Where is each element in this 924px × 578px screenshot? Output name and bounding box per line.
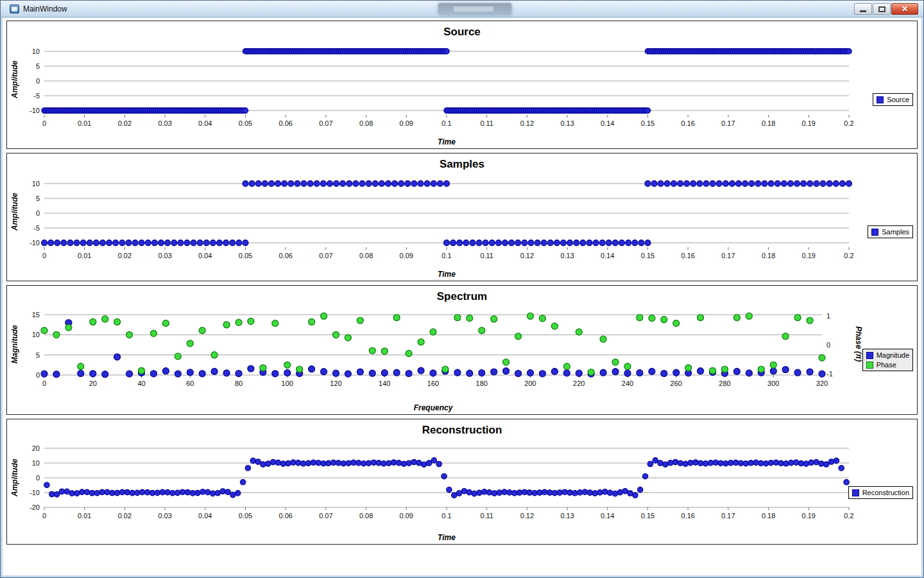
data-point [698, 460, 703, 466]
spectrum-chart-panel: 15105010-1020406080100120140160180200220… [6, 285, 918, 415]
data-point [250, 458, 255, 463]
data-point [703, 180, 709, 186]
y-tick-label: 0 [36, 371, 40, 379]
data-point [210, 491, 215, 496]
data-point [90, 371, 96, 377]
data-point [55, 240, 60, 246]
data-point [107, 240, 112, 246]
title-bar[interactable]: MainWindow ✕ [1, 1, 923, 17]
reconstruction-plot-area[interactable]: 20100-10-2000.010.020.030.040.050.060.07… [7, 419, 917, 544]
x-axis-label: Time [44, 533, 849, 542]
data-point [260, 365, 266, 371]
data-point [713, 460, 718, 465]
data-point [578, 490, 583, 495]
data-point [638, 240, 644, 246]
x-tick-label: 20 [89, 380, 97, 387]
data-point [272, 320, 278, 326]
legend-item[interactable]: Source [877, 96, 909, 103]
x-tick-label: 0.16 [681, 119, 694, 127]
data-point [441, 474, 447, 479]
data-point [466, 315, 473, 321]
data-point [782, 367, 789, 373]
data-point [53, 371, 60, 378]
data-point [296, 366, 303, 372]
data-point [262, 180, 268, 186]
y-tick-label: -10 [30, 107, 40, 114]
data-point [61, 240, 67, 246]
spectrum-plot-area[interactable]: 15105010-1020406080100120140160180200220… [7, 286, 917, 414]
maximize-button[interactable] [873, 3, 891, 15]
data-point [369, 347, 375, 354]
data-point [586, 240, 592, 246]
close-button[interactable]: ✕ [891, 3, 918, 15]
x-tick-label: 0.08 [359, 119, 373, 127]
x-tick-label: 0.07 [319, 252, 332, 259]
data-point [87, 240, 92, 246]
legend-item[interactable]: Phase [866, 361, 909, 369]
source-plot-area[interactable]: 1050-5-1000.010.020.030.040.050.060.070.… [7, 21, 917, 148]
data-point [450, 240, 456, 246]
data-point [647, 461, 653, 466]
legend-item[interactable]: Samples [871, 228, 909, 236]
data-point [718, 460, 723, 466]
data-point [130, 490, 135, 495]
data-point [275, 180, 281, 186]
data-point [94, 491, 99, 496]
data-point [557, 490, 562, 495]
data-point [280, 461, 286, 466]
data-point [608, 490, 613, 495]
data-point [353, 180, 359, 186]
x-tick-label: 0.1 [441, 512, 451, 520]
data-point [653, 458, 658, 463]
data-point [316, 460, 321, 466]
data-point [333, 370, 339, 376]
data-point [522, 489, 527, 495]
x-tick-label: 0.02 [118, 512, 132, 520]
x-tick-label: 0.14 [601, 252, 614, 259]
data-point [479, 370, 485, 376]
data-point [151, 240, 157, 246]
data-point [632, 240, 638, 246]
data-point [684, 180, 690, 186]
x-tick-label: 120 [330, 380, 341, 387]
reconstruction-chart-panel: 20100-10-2000.010.020.030.040.050.060.07… [6, 419, 918, 545]
data-point [561, 240, 567, 246]
data-point [165, 240, 171, 246]
data-point [311, 460, 316, 465]
y-tick-label: 5 [36, 351, 40, 359]
data-point [69, 491, 74, 496]
data-point [135, 490, 140, 495]
data-point [178, 240, 184, 246]
legend-item[interactable]: Reconstruction [852, 489, 909, 496]
data-point [110, 490, 115, 495]
data-point [171, 240, 177, 246]
x-tick-label: 320 [816, 380, 828, 387]
samples-plot-area[interactable]: 1050-5-1000.010.020.030.040.050.060.070.… [7, 153, 917, 281]
data-point [541, 240, 547, 246]
data-point [466, 370, 473, 376]
x-tick-label: 0.18 [762, 252, 775, 259]
data-point [753, 460, 758, 465]
legend-item[interactable]: Magnitude [866, 351, 909, 359]
data-point [515, 333, 522, 340]
data-point [175, 353, 181, 360]
data-point [479, 328, 485, 334]
data-point [755, 180, 761, 186]
data-point [788, 180, 794, 186]
data-point [486, 490, 492, 495]
data-point [99, 489, 105, 495]
data-point [844, 480, 849, 485]
data-point [476, 240, 482, 246]
y-tick-label: -10 [30, 239, 40, 247]
chart-title: Samples [7, 158, 917, 171]
minimize-button[interactable] [854, 3, 872, 15]
data-point [552, 491, 557, 496]
x-tick-label: 0.03 [158, 119, 171, 127]
data-point [690, 180, 696, 186]
x-tick-label: 40 [137, 380, 145, 387]
x-tick-label: 0.17 [721, 252, 735, 259]
data-point [789, 460, 794, 465]
data-point [391, 460, 397, 465]
data-point [261, 462, 266, 467]
data-point [140, 489, 145, 495]
